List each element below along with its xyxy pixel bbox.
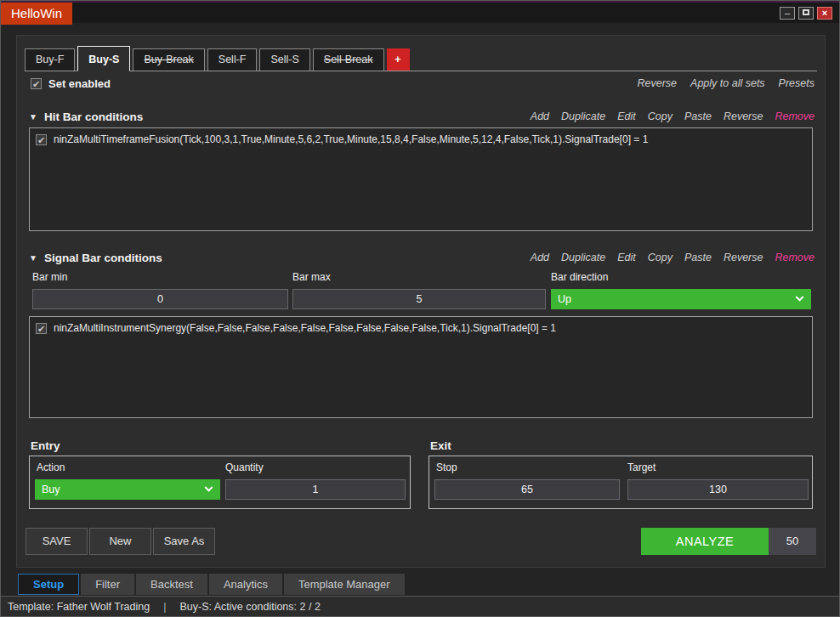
set-reverse-link[interactable]: Reverse — [638, 77, 678, 89]
app-title: HelloWin — [1, 3, 72, 25]
signal-remove-link[interactable]: Remove — [775, 252, 814, 263]
title-bar: HelloWin – × — [1, 1, 839, 23]
signal-condition-item[interactable]: ✔ ninZaMultiInstrumentSynergy(False,Fals… — [36, 322, 806, 334]
tab-analytics[interactable]: Analytics — [209, 574, 282, 595]
hit-condition-item[interactable]: ✔ ninZaMultiTimeframeFusion(Tick,100,3,1… — [36, 133, 806, 145]
collapse-triangle-icon[interactable]: ▼ — [29, 112, 37, 122]
bar-direction-label: Bar direction — [551, 271, 608, 283]
hit-bar-condition-list: ✔ ninZaMultiTimeframeFusion(Tick,100,3,1… — [29, 127, 813, 231]
set-enabled-row: ✔ Set enabled Reverse Apply to all sets … — [31, 76, 814, 91]
target-label: Target — [627, 461, 656, 473]
tab-setup[interactable]: Setup — [18, 574, 79, 595]
chevron-down-icon — [205, 483, 213, 491]
tab-sell-break[interactable]: Sell-Break — [313, 48, 384, 71]
hit-edit-link[interactable]: Edit — [617, 110, 636, 122]
hit-reverse-link[interactable]: Reverse — [724, 110, 763, 122]
signal-condition-checkbox[interactable]: ✔ — [36, 323, 47, 334]
tab-buy-break[interactable]: Buy-Break — [133, 48, 204, 71]
apply-to-all-sets-link[interactable]: Apply to all sets — [690, 77, 765, 89]
chevron-down-icon — [796, 292, 804, 301]
window-controls: – × — [780, 7, 832, 20]
exit-group: Stop Target — [429, 456, 813, 509]
bottom-tab-strip: Setup Filter Backtest Analytics Template… — [18, 574, 405, 595]
add-tab-button[interactable]: + — [387, 48, 410, 71]
bar-direction-value: Up — [558, 293, 571, 305]
maximize-icon — [803, 9, 809, 15]
status-template: Template: Father Wolf Trading — [8, 601, 150, 613]
new-button[interactable]: New — [89, 528, 151, 555]
action-value: Buy — [42, 484, 60, 495]
signal-bar-header: ▼ Signal Bar conditions Add Duplicate Ed… — [29, 250, 814, 265]
hit-condition-checkbox[interactable]: ✔ — [36, 134, 47, 145]
tab-backtest[interactable]: Backtest — [136, 574, 207, 595]
bar-max-input[interactable] — [292, 289, 546, 309]
hit-bar-header: ▼ Hit Bar conditions Add Duplicate Edit … — [29, 109, 814, 124]
analyze-button[interactable]: ANALYZE — [641, 528, 769, 555]
bar-min-label: Bar min — [32, 271, 67, 283]
stop-input[interactable] — [434, 479, 620, 500]
hit-remove-link[interactable]: Remove — [775, 110, 814, 122]
status-conditions: Buy-S: Active conditions: 2 / 2 — [179, 601, 320, 613]
tab-buy-f[interactable]: Buy-F — [25, 48, 75, 71]
presets-link[interactable]: Presets — [779, 77, 814, 89]
app-window: HelloWin – × Buy-F Buy-S Buy-Break Sell-… — [0, 0, 840, 617]
set-enabled-checkbox[interactable]: ✔ — [31, 78, 42, 89]
close-button[interactable]: × — [817, 7, 832, 20]
signal-paste-link[interactable]: Paste — [684, 252, 712, 263]
quantity-input[interactable] — [225, 479, 406, 500]
signal-edit-link[interactable]: Edit — [617, 252, 636, 263]
status-separator: | — [163, 601, 166, 613]
hit-paste-link[interactable]: Paste — [684, 110, 712, 122]
hit-copy-link[interactable]: Copy — [648, 110, 673, 122]
tab-buy-s[interactable]: Buy-S — [77, 46, 130, 71]
signal-condition-text: ninZaMultiInstrumentSynergy(False,False,… — [54, 322, 556, 334]
quantity-label: Quantity — [225, 461, 264, 473]
signal-copy-link[interactable]: Copy — [648, 252, 673, 263]
action-dropdown[interactable]: Buy — [35, 479, 220, 500]
entry-title: Entry — [31, 439, 60, 452]
target-input[interactable] — [627, 479, 809, 500]
bar-max-label: Bar max — [292, 271, 331, 283]
action-label: Action — [37, 461, 65, 473]
strategy-tab-strip: Buy-F Buy-S Buy-Break Sell-F Sell-S Sell… — [25, 46, 817, 71]
save-as-button[interactable]: Save As — [153, 528, 215, 555]
signal-bar-title: Signal Bar conditions — [44, 252, 162, 264]
tab-filter[interactable]: Filter — [81, 574, 134, 595]
entry-group: Action Quantity Buy — [29, 456, 411, 509]
signal-reverse-link[interactable]: Reverse — [724, 252, 763, 263]
tab-sell-f[interactable]: Sell-F — [207, 48, 258, 71]
tab-sell-s[interactable]: Sell-S — [259, 48, 309, 71]
hit-add-link[interactable]: Add — [531, 110, 549, 122]
set-enabled-label: Set enabled — [48, 77, 111, 90]
maximize-button[interactable] — [798, 7, 814, 20]
analyze-count[interactable]: 50 — [769, 528, 816, 555]
bar-min-input[interactable] — [32, 289, 288, 309]
save-button[interactable]: SAVE — [26, 528, 88, 555]
minimize-button[interactable]: – — [780, 7, 795, 20]
main-panel: Buy-F Buy-S Buy-Break Sell-F Sell-S Sell… — [16, 35, 826, 568]
hit-duplicate-link[interactable]: Duplicate — [561, 110, 605, 122]
signal-duplicate-link[interactable]: Duplicate — [561, 252, 605, 263]
hit-bar-title: Hit Bar conditions — [44, 110, 143, 123]
exit-title: Exit — [430, 439, 451, 452]
signal-add-link[interactable]: Add — [531, 252, 549, 263]
signal-bar-condition-list: ✔ ninZaMultiInstrumentSynergy(False,Fals… — [29, 316, 813, 418]
collapse-triangle-icon[interactable]: ▼ — [29, 253, 37, 263]
tab-template-manager[interactable]: Template Manager — [284, 574, 405, 595]
status-bar: Template: Father Wolf Trading | Buy-S: A… — [1, 596, 839, 616]
stop-label: Stop — [436, 461, 457, 473]
bar-direction-dropdown[interactable]: Up — [551, 289, 811, 309]
hit-condition-text: ninZaMultiTimeframeFusion(Tick,100,3,1,T… — [54, 133, 648, 145]
